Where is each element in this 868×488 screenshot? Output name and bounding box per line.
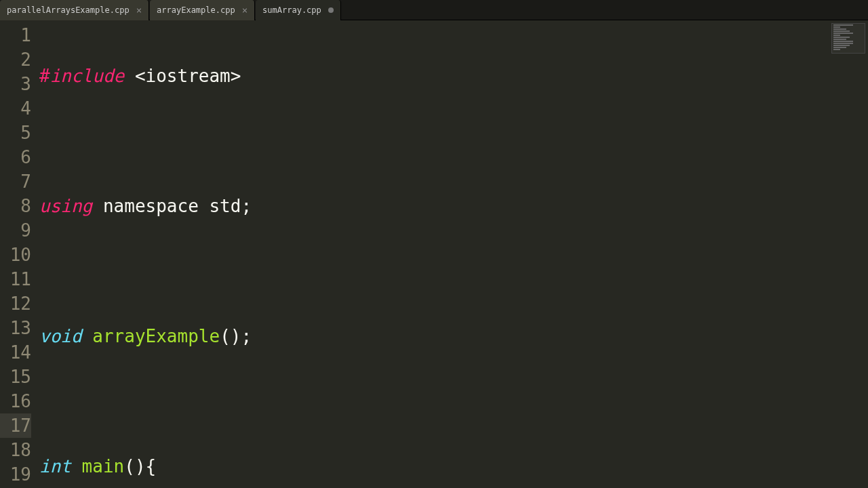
code-line — [39, 259, 868, 283]
editor[interactable]: 12345678910111213141516171819 #include <… — [0, 20, 868, 488]
code-line: void arrayExample(); — [39, 324, 868, 348]
line-number: 8 — [0, 194, 31, 218]
tab-bar: parallelArraysExample.cpp × arrayExample… — [0, 0, 868, 20]
line-number: 2 — [0, 47, 31, 72]
tab-label: parallelArraysExample.cpp — [7, 5, 130, 15]
tab-label: sumArray.cpp — [262, 5, 321, 15]
close-icon[interactable]: × — [136, 5, 142, 16]
line-number: 10 — [0, 243, 31, 267]
line-number: 1 — [0, 23, 31, 47]
code-line: #include <iostream> — [39, 64, 868, 88]
code-line: int main(){ — [39, 454, 868, 479]
tab-parallel[interactable]: parallelArraysExample.cpp × — [0, 0, 149, 20]
code-line — [39, 129, 868, 153]
line-number: 6 — [0, 145, 31, 169]
minimap[interactable] — [831, 23, 865, 54]
line-number: 4 — [0, 96, 31, 121]
code-line: using namespace std; — [39, 194, 868, 218]
line-number: 14 — [0, 340, 31, 365]
line-number: 12 — [0, 291, 31, 316]
line-gutter: 12345678910111213141516171819 — [0, 20, 39, 488]
line-number: 16 — [0, 389, 31, 413]
tab-label: arrayExample.cpp — [157, 5, 235, 15]
modified-dot-icon — [328, 7, 334, 13]
code-line — [39, 389, 868, 413]
code-area[interactable]: #include <iostream> using namespace std;… — [39, 20, 868, 488]
line-number: 18 — [0, 438, 31, 462]
line-number: 17 — [0, 413, 31, 438]
line-number: 5 — [0, 121, 31, 145]
line-number: 19 — [0, 462, 31, 487]
tab-sumarray[interactable]: sumArray.cpp — [256, 0, 341, 20]
tab-arrayexample[interactable]: arrayExample.cpp × — [150, 0, 255, 20]
close-icon[interactable]: × — [242, 5, 248, 16]
line-number: 7 — [0, 169, 31, 194]
line-number: 13 — [0, 316, 31, 340]
line-number: 3 — [0, 72, 31, 96]
line-number: 11 — [0, 267, 31, 291]
line-number: 15 — [0, 365, 31, 389]
line-number: 9 — [0, 218, 31, 243]
